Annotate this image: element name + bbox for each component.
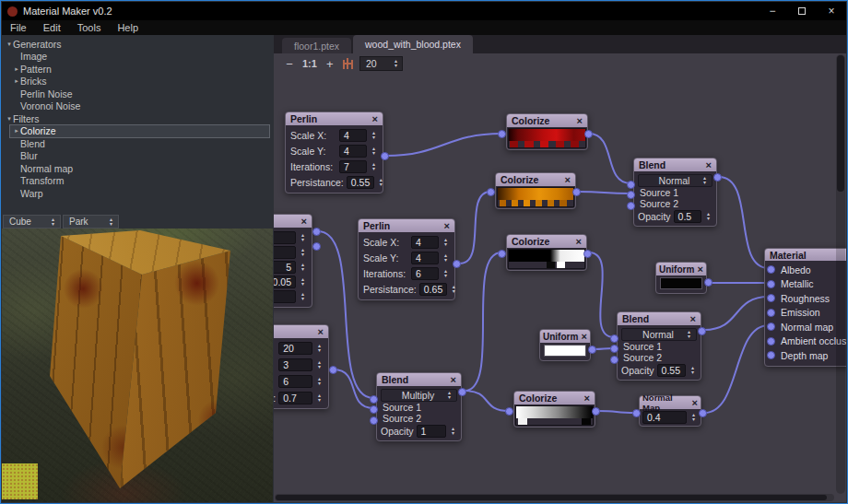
param-field[interactable] — [274, 231, 296, 244]
opacity-field[interactable]: 0.5 — [674, 210, 701, 223]
tree-item-perlin-noise[interactable]: Perlin Noise — [2, 88, 273, 100]
input-port-normal-map[interactable] — [767, 322, 775, 331]
node-blend-1[interactable]: Blend× Normal Source 1 Source 2 Opacity0… — [633, 158, 717, 227]
grid-size-spinbox[interactable]: 20 — [359, 56, 403, 71]
persistance-field[interactable]: 0.65 — [419, 283, 447, 296]
param-field[interactable]: 0.05 — [274, 275, 296, 288]
spinner-arrows-icon[interactable] — [442, 252, 450, 264]
spinner-arrows-icon[interactable] — [370, 130, 378, 141]
gradient-stop[interactable] — [500, 200, 506, 206]
input-port-emission[interactable] — [767, 309, 775, 317]
output-port[interactable] — [584, 130, 593, 138]
maximize-button[interactable] — [787, 2, 817, 20]
node-uniform-black[interactable]: Uniform× — [655, 262, 707, 294]
tree-item-transform[interactable]: Transform — [2, 175, 273, 188]
tree-item-filters[interactable]: ▾Filters — [2, 112, 273, 125]
scale-x-field[interactable]: 4 — [411, 236, 439, 249]
blend-mode-select[interactable]: Normal — [638, 174, 713, 187]
tree-item-blur[interactable]: Blur — [2, 150, 273, 163]
iterations-field[interactable]: 7 — [339, 160, 367, 173]
model-select[interactable]: Cube — [3, 215, 61, 229]
zoom-out-button[interactable]: − — [283, 57, 296, 71]
expand-arrow-icon[interactable]: ▸ — [13, 127, 20, 135]
tree-item-generators[interactable]: ▾Generators — [2, 38, 273, 51]
output-port[interactable] — [713, 173, 722, 182]
spinner-arrows-icon[interactable] — [299, 291, 307, 302]
input-port-metallic[interactable] — [767, 280, 775, 288]
scale-x-field[interactable]: 4 — [339, 129, 367, 142]
texture-preview-thumbnail[interactable] — [2, 463, 38, 499]
spinner-arrows-icon[interactable] — [689, 365, 697, 376]
gradient-editor[interactable] — [497, 187, 574, 207]
gradient-stop[interactable] — [582, 418, 590, 425]
output-port[interactable] — [312, 228, 321, 236]
tab-wood-with-blood[interactable]: wood_with_blood.ptex — [353, 35, 473, 53]
gradient-bar[interactable] — [509, 129, 585, 141]
param-field[interactable]: 5 — [274, 261, 296, 274]
close-icon[interactable]: × — [301, 217, 307, 226]
gradient-stop[interactable] — [559, 200, 566, 206]
spinner-arrows-icon[interactable] — [689, 412, 698, 423]
gradient-editor[interactable] — [515, 405, 594, 426]
output-port[interactable] — [458, 388, 466, 396]
close-button[interactable]: × — [817, 2, 846, 20]
output-port[interactable] — [592, 407, 600, 416]
input-port-source2[interactable] — [370, 405, 378, 414]
gradient-stop[interactable] — [556, 141, 564, 147]
spinner-arrows-icon[interactable] — [299, 276, 307, 287]
node-uniform-white[interactable]: Uniform× — [539, 329, 591, 361]
node-clipped-a[interactable]: × 5 0.05 — [274, 214, 312, 308]
spinner-arrows-icon[interactable] — [370, 161, 378, 172]
param-field[interactable]: 20 — [278, 342, 312, 355]
gradient-stop[interactable] — [547, 262, 555, 268]
tree-item-image[interactable]: Image — [2, 51, 273, 64]
scale-y-field[interactable]: 4 — [339, 145, 367, 158]
input-port-source2[interactable] — [627, 191, 635, 199]
zoom-in-button[interactable]: + — [324, 57, 336, 71]
spinner-arrows-icon[interactable] — [449, 426, 457, 437]
blend-mode-select[interactable]: Normal — [621, 328, 697, 341]
spinner-arrows-icon[interactable] — [299, 232, 307, 243]
input-port-albedo[interactable] — [767, 265, 775, 274]
node-normal-map[interactable]: Normal Map× 0.4 — [639, 395, 701, 427]
input-port-opacity[interactable] — [627, 202, 635, 210]
tree-item-normal-map[interactable]: Normal map — [2, 162, 273, 175]
spinner-arrows-icon[interactable] — [370, 146, 378, 157]
node-clipped-b[interactable]: × 20 3 6 e:0.7 — [274, 324, 329, 409]
param-field[interactable]: 6 — [278, 375, 312, 388]
spinner-arrows-icon[interactable] — [299, 262, 307, 273]
input-port[interactable] — [498, 250, 506, 258]
spinner-arrows-icon[interactable] — [315, 393, 324, 404]
node-colorize-gray[interactable]: Colorize× — [513, 391, 595, 428]
gradient-bar[interactable] — [498, 188, 573, 200]
node-blend-2[interactable]: Blend× Normal Source 1 Source 2 Opacity0… — [617, 311, 701, 381]
expand-arrow-icon[interactable]: ▾ — [6, 115, 13, 123]
gradient-stop[interactable] — [524, 141, 533, 147]
tab-floor1[interactable]: floor1.ptex — [282, 38, 351, 53]
close-icon[interactable]: × — [706, 160, 712, 170]
param-field[interactable]: 3 — [278, 358, 312, 371]
node-colorize-red[interactable]: Colorize× — [506, 113, 588, 150]
input-port-roughness[interactable] — [767, 294, 775, 302]
input-port[interactable] — [632, 409, 641, 417]
input-port-source1[interactable] — [627, 181, 635, 189]
close-icon[interactable]: × — [444, 221, 450, 230]
output-port[interactable] — [312, 242, 321, 251]
iterations-field[interactable]: 6 — [411, 267, 439, 280]
spinner-arrows-icon[interactable] — [450, 284, 458, 295]
close-icon[interactable]: × — [584, 393, 590, 403]
persistance-field[interactable]: 0.55 — [347, 176, 374, 189]
node-colorize-bw[interactable]: Colorize× — [506, 234, 587, 271]
node-graph-canvas[interactable]: − 1:1 + 20 Perlin× Scale X:4 Scale Y:4 I… — [274, 53, 846, 502]
spinner-arrows-icon[interactable] — [315, 359, 324, 370]
close-icon[interactable]: × — [698, 264, 703, 274]
gradient-stop[interactable] — [536, 200, 542, 206]
spinner-arrows-icon[interactable] — [442, 268, 450, 279]
gradient-stop[interactable] — [524, 200, 530, 206]
input-port-opacity[interactable] — [610, 356, 618, 364]
input-port-source2[interactable] — [610, 345, 618, 353]
vertical-scrollbar-thumb[interactable] — [837, 55, 844, 192]
spinner-arrows-icon[interactable] — [315, 376, 324, 387]
vertical-scrollbar[interactable] — [836, 54, 845, 494]
horizontal-scrollbar-thumb[interactable] — [276, 495, 827, 500]
